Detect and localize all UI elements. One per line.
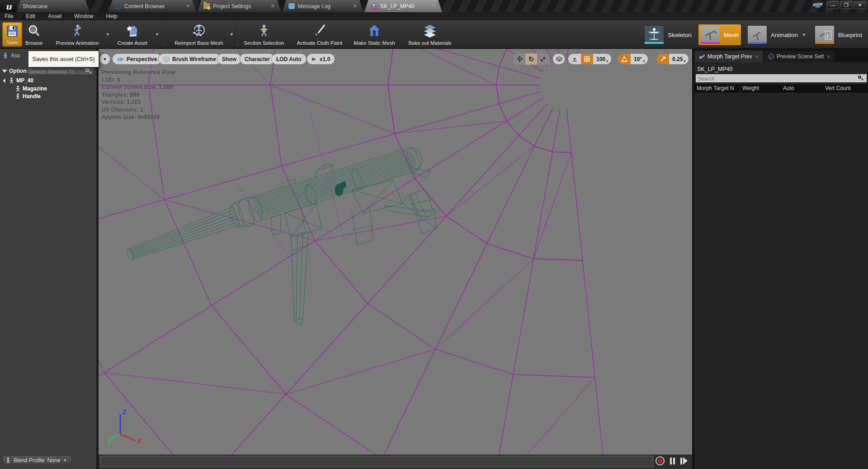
info-icon: i <box>769 54 774 59</box>
tab-showcase[interactable]: Showcase <box>16 0 90 12</box>
svg-text:i: i <box>770 55 771 59</box>
pause-button[interactable] <box>670 458 675 464</box>
translate-tool-icon[interactable] <box>514 53 525 65</box>
angle-snap-toggle[interactable] <box>618 54 631 64</box>
menu-help[interactable]: Help <box>106 13 118 19</box>
preview-animation-button[interactable]: Preview Animation <box>51 22 104 47</box>
tab-sk-lp-mp40[interactable]: SK_LP_MP40 ✕ <box>364 0 442 12</box>
menu-asset[interactable]: Asset <box>48 13 61 19</box>
scale-tool-icon[interactable] <box>537 53 549 65</box>
chevron-down-icon[interactable]: ▼ <box>106 32 110 37</box>
viewport-options-button[interactable]: ▼ <box>99 53 110 65</box>
morph-table-body[interactable] <box>694 93 868 469</box>
view-mode-button[interactable]: Brush Wireframe <box>158 53 221 65</box>
close-icon[interactable]: ✕ <box>181 3 190 9</box>
stat-line: LOD: 0 <box>102 76 175 84</box>
mode-skeleton[interactable]: Skeleton <box>642 24 694 45</box>
right-panel-tabs: Morph Target Prev ✕ i Preview Scene Sett… <box>694 49 868 62</box>
tutorials-icon[interactable] <box>813 1 823 9</box>
content-browser-icon <box>115 3 121 9</box>
column-vert-count[interactable]: Vert Count <box>825 85 851 91</box>
timeline-scrubber[interactable] <box>100 456 653 467</box>
make-static-mesh-button[interactable]: Make Static Mesh <box>349 22 400 47</box>
browse-button[interactable]: Browse <box>24 22 44 47</box>
chevron-down-icon[interactable]: ▼ <box>802 33 806 37</box>
mode-mesh[interactable]: Mesh <box>698 24 741 45</box>
close-icon[interactable]: ✕ <box>755 54 759 59</box>
lod-button[interactable]: LOD Auto <box>271 53 307 65</box>
record-button[interactable] <box>656 456 665 465</box>
step-forward-button[interactable] <box>680 457 688 464</box>
coordinate-system-button[interactable] <box>552 53 565 65</box>
tree-row-magazine[interactable]: Magazine <box>15 85 47 92</box>
editor-mode-group: Skeleton Mesh Animation ▼ Blueprint <box>642 22 864 47</box>
tab-morph-target-preview[interactable]: Morph Target Prev ✕ <box>694 51 763 62</box>
show-menu-button[interactable]: Show <box>217 53 241 65</box>
rotate-tool-icon[interactable]: ↻ <box>525 53 537 65</box>
column-morph-target-name[interactable]: Morph Target N <box>697 85 734 91</box>
chevron-down-icon: ▼ <box>63 458 67 463</box>
close-button[interactable]: ✕ <box>854 1 866 9</box>
minimize-button[interactable]: — <box>826 1 839 9</box>
restore-button[interactable]: ❐ <box>840 1 853 9</box>
stat-line: Triangles: 898 <box>102 91 175 99</box>
panel-tab-asset[interactable]: Ass <box>3 52 20 59</box>
stat-line: Current Screen Size: 1.098 <box>102 84 175 91</box>
save-button[interactable]: Save <box>2 22 22 47</box>
mode-blueprint[interactable]: Blueprint <box>813 24 864 45</box>
scale-snap-toggle[interactable] <box>657 54 669 64</box>
perspective-icon <box>117 57 124 62</box>
scale-snap-value[interactable]: 0.25▾ <box>669 54 689 64</box>
create-asset-icon <box>125 23 140 38</box>
viewport[interactable]: ▼ Perspective Brush Wireframe Show Chara… <box>99 49 692 469</box>
mode-animation[interactable]: Animation ▼ <box>745 24 808 45</box>
morph-table-header: Morph Target N Weight Auto Vert Count <box>694 84 868 93</box>
close-icon[interactable]: ✕ <box>349 3 357 9</box>
character-menu-button[interactable]: Character <box>240 53 275 65</box>
transform-tools: ↻ <box>514 53 550 65</box>
animation-figure-icon <box>70 23 85 38</box>
activate-cloth-paint-button[interactable]: Activate Cloth Paint <box>293 22 346 47</box>
viewport-canvas[interactable]: ▼ Perspective Brush Wireframe Show Chara… <box>99 49 692 455</box>
playback-speed-button[interactable]: x1.0 <box>307 53 335 65</box>
angle-snap-value[interactable]: 10°▾ <box>631 54 648 64</box>
grid-snap-value[interactable]: 100▾ <box>593 54 611 64</box>
menu-edit[interactable]: Edit <box>26 13 35 19</box>
project-settings-icon <box>203 3 210 9</box>
bake-out-materials-button[interactable]: Bake out Materials <box>403 22 457 47</box>
expander-icon[interactable] <box>3 78 8 83</box>
close-icon[interactable]: ✕ <box>827 54 830 59</box>
tree-row-mp40[interactable]: MP_40 <box>4 77 33 84</box>
tab-preview-scene-settings[interactable]: i Preview Scene Sett ✕ <box>764 51 835 62</box>
reimport-base-mesh-button[interactable]: Reimport Base Mesh <box>172 22 226 47</box>
tab-content-browser[interactable]: Content Browser ✕ <box>108 0 196 12</box>
search-icon <box>85 68 89 72</box>
stat-line: Previewing Reference Pose <box>102 69 175 76</box>
message-log-icon <box>288 3 295 9</box>
playback-controls <box>656 456 688 465</box>
unreal-logo-icon: u <box>0 0 17 12</box>
grid-snap-group: 100▾ <box>568 53 612 65</box>
close-icon[interactable]: ✕ <box>266 3 275 9</box>
perspective-button[interactable]: Perspective <box>112 53 162 65</box>
column-weight[interactable]: Weight <box>742 85 759 91</box>
chevron-down-icon[interactable]: ▼ <box>155 32 159 37</box>
tab-message-log[interactable]: Message Log ✕ <box>282 0 363 12</box>
grid-snap-toggle[interactable] <box>581 54 593 64</box>
layers-icon <box>422 23 438 38</box>
tab-project-settings[interactable]: Project Settings ✕ <box>197 0 281 12</box>
tree-row-handle[interactable]: Handle <box>15 93 41 99</box>
column-auto[interactable]: Auto <box>783 85 794 91</box>
create-asset-button[interactable]: Create Asset <box>112 22 153 47</box>
close-icon[interactable]: ✕ <box>427 3 436 9</box>
wireframe-cube-icon <box>163 56 170 62</box>
blend-profile-button[interactable]: Blend Profile: None ▼ <box>2 455 72 465</box>
surface-snap-icon[interactable] <box>568 54 581 64</box>
menu-window[interactable]: Window <box>74 13 94 19</box>
morph-search-input[interactable] <box>696 75 855 82</box>
menu-file[interactable]: File <box>5 13 13 19</box>
column-divider[interactable] <box>740 84 740 93</box>
skeleton-search-input[interactable] <box>28 68 85 76</box>
chevron-down-icon[interactable]: ▼ <box>230 32 234 37</box>
section-selection-button[interactable]: Section Selection <box>241 22 288 47</box>
